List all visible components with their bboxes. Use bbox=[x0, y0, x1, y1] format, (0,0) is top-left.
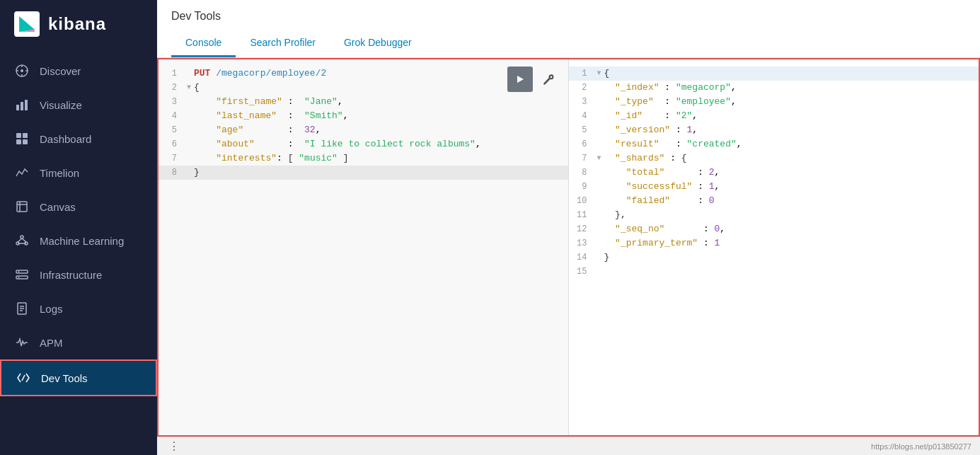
sidebar-item-logs[interactable]: Logs bbox=[0, 292, 157, 326]
editor-line-6: 6 "about" : "I like to collect rock albu… bbox=[158, 137, 568, 151]
page-title: Dev Tools bbox=[171, 10, 966, 23]
sidebar-item-dev-tools-label: Dev Tools bbox=[41, 372, 88, 384]
svg-rect-8 bbox=[16, 105, 19, 110]
svg-point-18 bbox=[21, 236, 23, 238]
output-line-6: 6 "result" : "created", bbox=[569, 137, 979, 151]
tab-console[interactable]: Console bbox=[171, 30, 236, 57]
sidebar-item-apm-label: APM bbox=[40, 337, 63, 349]
editor-code[interactable]: 1 PUT /megacorp/employee/2 2 ▼ { 3 "firs… bbox=[158, 59, 568, 435]
sidebar-item-visualize[interactable]: Visualize bbox=[0, 88, 157, 122]
run-button[interactable] bbox=[507, 67, 533, 92]
main-content: Dev Tools Console Search Profiler Grok D… bbox=[157, 0, 980, 455]
editor-line-4: 4 "last_name" : "Smith", bbox=[158, 109, 568, 123]
output-line-13: 13 "_primary_term" : 1 bbox=[569, 236, 979, 250]
sidebar-nav: Discover Visualize bbox=[0, 48, 157, 455]
status-bar: ⋮ https://blogs.net/p013850277 bbox=[157, 437, 980, 455]
tab-grok-debugger[interactable]: Grok Debugger bbox=[330, 30, 426, 57]
sidebar-item-infrastructure[interactable]: Infrastructure bbox=[0, 258, 157, 292]
output-line-15: 15 bbox=[569, 265, 979, 279]
output-line-3: 3 "_type" : "employee", bbox=[569, 95, 979, 109]
output-line-4: 4 "_id" : "2", bbox=[569, 109, 979, 123]
sidebar-item-discover[interactable]: Discover bbox=[0, 54, 157, 88]
sidebar-item-machine-learning[interactable]: Machine Learning bbox=[0, 224, 157, 258]
svg-rect-14 bbox=[23, 139, 28, 144]
logo-area: kibana bbox=[0, 0, 157, 48]
sidebar: kibana Discover bbox=[0, 0, 157, 455]
sidebar-item-ml-label: Machine Learning bbox=[40, 235, 124, 247]
tab-search-profiler[interactable]: Search Profiler bbox=[236, 30, 330, 57]
logs-icon bbox=[14, 301, 30, 316]
editor-toolbar bbox=[507, 67, 561, 92]
sidebar-item-apm[interactable]: APM bbox=[0, 326, 157, 359]
output-line-2: 2 "_index" : "megacorp", bbox=[569, 81, 979, 95]
svg-rect-11 bbox=[16, 133, 21, 138]
output-line-7: 7 ▼ "_shards" : { bbox=[569, 151, 979, 166]
svg-line-22 bbox=[22, 238, 26, 242]
svg-rect-24 bbox=[16, 270, 28, 273]
svg-rect-15 bbox=[17, 202, 27, 212]
main-header: Dev Tools Console Search Profiler Grok D… bbox=[157, 0, 980, 58]
editor-line-3: 3 "first_name" : "Jane", bbox=[158, 95, 568, 109]
svg-marker-0 bbox=[19, 16, 35, 32]
output-line-10: 10 "failed" : 0 bbox=[569, 194, 979, 208]
editor-line-7: 7 "interests": [ "music" ] bbox=[158, 151, 568, 166]
apm-icon bbox=[14, 335, 30, 350]
svg-rect-9 bbox=[21, 102, 23, 110]
sidebar-item-visualize-label: Visualize bbox=[40, 99, 82, 111]
svg-line-21 bbox=[18, 238, 22, 242]
sidebar-item-dashboard[interactable]: Dashboard bbox=[0, 122, 157, 156]
dev-tools-icon bbox=[16, 370, 31, 386]
svg-marker-33 bbox=[517, 76, 524, 83]
editor-pane: 1 PUT /megacorp/employee/2 2 ▼ { 3 "firs… bbox=[158, 59, 569, 435]
canvas-icon bbox=[14, 199, 30, 214]
sidebar-item-dashboard-label: Dashboard bbox=[40, 133, 91, 145]
ml-icon bbox=[14, 233, 30, 248]
sidebar-item-logs-label: Logs bbox=[40, 303, 63, 315]
wrench-button[interactable] bbox=[536, 67, 561, 92]
svg-point-27 bbox=[18, 277, 20, 278]
sidebar-item-canvas-label: Canvas bbox=[40, 201, 76, 213]
output-line-5: 5 "_version" : 1, bbox=[569, 123, 979, 137]
svg-rect-10 bbox=[25, 100, 28, 110]
svg-point-3 bbox=[21, 69, 23, 72]
sidebar-item-canvas[interactable]: Canvas bbox=[0, 190, 157, 224]
sidebar-item-dev-tools[interactable]: Dev Tools bbox=[0, 359, 157, 396]
sidebar-item-timelion-label: Timelion bbox=[40, 167, 79, 179]
output-line-8: 8 "total" : 2, bbox=[569, 166, 979, 180]
compass-icon bbox=[14, 63, 30, 79]
kibana-logo-icon bbox=[14, 11, 40, 37]
output-line-12: 12 "_seq_no" : 0, bbox=[569, 222, 979, 236]
sidebar-item-infra-label: Infrastructure bbox=[40, 269, 102, 281]
tabs: Console Search Profiler Grok Debugger bbox=[171, 30, 966, 57]
svg-rect-13 bbox=[16, 139, 21, 144]
status-url: https://blogs.net/p013850277 bbox=[871, 442, 972, 451]
output-line-14: 14 } bbox=[569, 250, 979, 265]
bar-chart-icon bbox=[14, 97, 30, 113]
output-line-1: 1 ▼ { bbox=[569, 67, 979, 81]
output-line-11: 11 }, bbox=[569, 208, 979, 222]
editor-line-5: 5 "age" : 32, bbox=[158, 123, 568, 137]
timelion-icon bbox=[14, 165, 30, 180]
output-line-9: 9 "successful" : 1, bbox=[569, 180, 979, 194]
svg-point-26 bbox=[18, 271, 20, 272]
svg-rect-12 bbox=[23, 133, 28, 138]
kibana-logo-text: kibana bbox=[48, 14, 106, 34]
sidebar-item-timelion[interactable]: Timelion bbox=[0, 156, 157, 190]
svg-line-32 bbox=[22, 375, 25, 381]
sidebar-item-discover-label: Discover bbox=[40, 65, 81, 77]
output-pane: 1 ▼ { 2 "_index" : "megacorp", 3 "_type"… bbox=[569, 59, 979, 435]
infra-icon bbox=[14, 267, 30, 282]
more-options-button[interactable]: ⋮ bbox=[166, 439, 183, 453]
editor-line-8: 8 } bbox=[158, 166, 568, 180]
svg-rect-25 bbox=[16, 276, 28, 279]
grid-icon bbox=[14, 131, 30, 146]
console-area: 1 PUT /megacorp/employee/2 2 ▼ { 3 "firs… bbox=[157, 58, 980, 437]
